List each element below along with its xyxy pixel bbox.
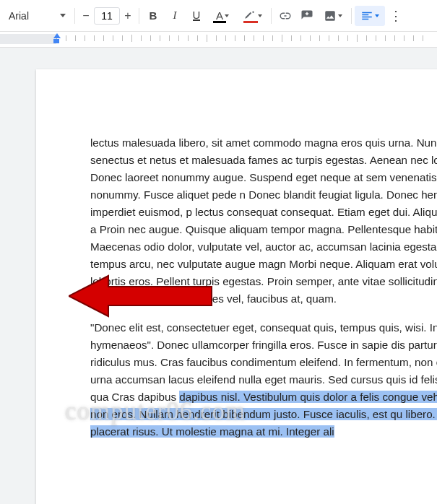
font-family-label: Arial	[9, 10, 29, 22]
insert-link-button[interactable]	[274, 6, 296, 26]
text-color-button[interactable]: A	[207, 6, 238, 26]
document-page[interactable]: lectus malesuada libero, sit amet commod…	[36, 69, 437, 504]
increase-font-button[interactable]: +	[120, 6, 136, 26]
add-comment-button[interactable]	[296, 6, 318, 26]
editor-canvas: lectus malesuada libero, sit amet commod…	[0, 48, 437, 504]
indent-marker-icon[interactable]	[53, 39, 59, 43]
chevron-down-icon	[375, 14, 379, 17]
insert-image-button[interactable]	[318, 6, 348, 26]
underline-button[interactable]: U	[186, 6, 207, 26]
chevron-down-icon	[338, 14, 342, 17]
italic-button[interactable]: I	[164, 6, 186, 26]
color-bar-icon	[243, 21, 258, 23]
separator	[74, 8, 75, 24]
chevron-down-icon	[225, 14, 229, 17]
color-bar-icon	[213, 21, 226, 23]
bold-button[interactable]: B	[142, 6, 164, 26]
more-button[interactable]: ⋮	[385, 6, 407, 26]
image-icon	[324, 9, 337, 22]
ruler-marks	[0, 32, 437, 48]
indent-marker-icon[interactable]	[53, 33, 61, 38]
decrease-font-button[interactable]: −	[78, 6, 94, 26]
align-button[interactable]	[355, 6, 385, 26]
link-icon	[279, 9, 292, 22]
font-family-select[interactable]: Arial	[3, 6, 72, 26]
paragraph: lectus malesuada libero, sit amet commod…	[90, 134, 437, 308]
font-size-group: − +	[78, 6, 136, 26]
separator	[271, 8, 272, 24]
ruler[interactable]	[0, 32, 437, 48]
separator	[139, 8, 139, 24]
paragraph: "Donec elit est, consectetuer eget, cons…	[90, 319, 437, 440]
chevron-down-icon	[258, 14, 262, 17]
comment-icon	[300, 9, 313, 22]
highlight-color-button[interactable]	[238, 6, 268, 26]
font-size-input[interactable]	[94, 7, 120, 25]
separator	[351, 8, 352, 24]
toolbar: Arial − + B I U A ⋮	[0, 0, 437, 32]
chevron-down-icon	[60, 14, 66, 17]
align-left-icon	[360, 9, 373, 22]
